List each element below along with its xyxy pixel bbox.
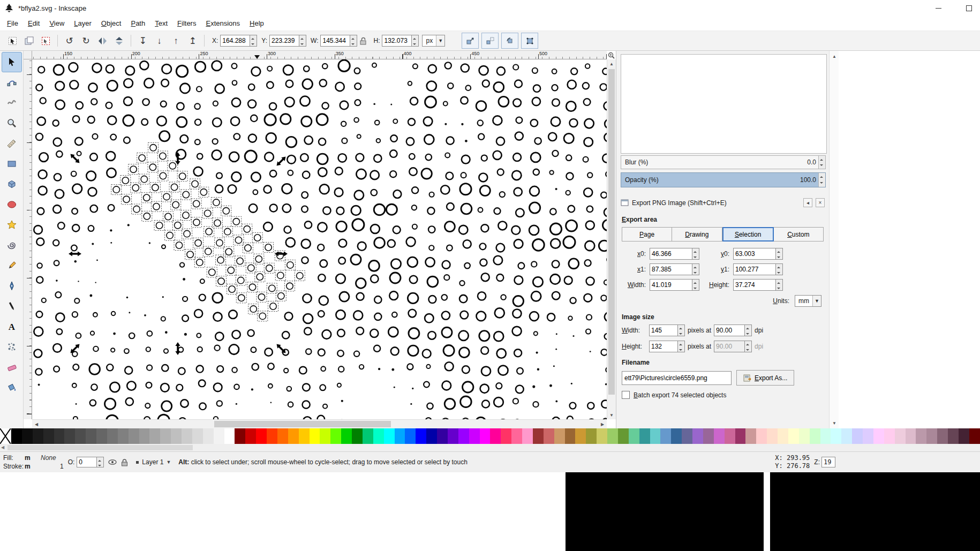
palette-swatch[interactable] (586, 428, 597, 444)
palette-swatch[interactable] (788, 428, 799, 444)
palette-swatch[interactable] (320, 428, 330, 444)
horizontal-ruler[interactable]: 150200250300350400450500 (32, 51, 607, 59)
width-spinner[interactable] (692, 279, 699, 291)
opacity-spinner[interactable] (818, 173, 825, 187)
h-spinner[interactable] (412, 35, 419, 47)
scroll-up-icon[interactable]: ▲ (830, 52, 839, 61)
palette-swatch[interactable] (43, 428, 54, 444)
palette-swatch[interactable] (671, 428, 682, 444)
horizontal-scroll-thumb[interactable] (214, 421, 391, 427)
scroll-down-icon[interactable]: ▼ (607, 411, 616, 419)
palette-swatch[interactable] (405, 428, 416, 444)
x1-spinner[interactable] (692, 263, 699, 275)
height-spinner[interactable] (776, 279, 783, 291)
menu-path[interactable]: Path (126, 17, 150, 29)
tool-selector[interactable] (2, 52, 22, 72)
ruler-corner[interactable] (24, 51, 32, 59)
w-spinner[interactable] (350, 35, 357, 47)
w-input[interactable] (320, 35, 350, 47)
menu-text[interactable]: Text (150, 17, 172, 29)
palette-swatch[interactable] (650, 428, 661, 444)
height-input[interactable] (733, 279, 776, 291)
palette-swatch[interactable] (384, 428, 395, 444)
palette-swatch[interactable] (756, 428, 767, 444)
canvas-horizontal-scrollbar[interactable]: ◀ ▶ (32, 419, 607, 428)
palette-swatch[interactable] (149, 428, 160, 444)
palette-swatch[interactable] (256, 428, 267, 444)
palette-swatch[interactable] (533, 428, 544, 444)
y1-input[interactable] (733, 263, 776, 275)
tool-spray[interactable] (2, 337, 22, 357)
palette-swatch[interactable] (363, 428, 373, 444)
palette-swatch[interactable] (863, 428, 873, 444)
selection-opacity-input[interactable] (77, 457, 97, 467)
tool-pen[interactable] (2, 276, 22, 296)
palette-swatch[interactable] (235, 428, 245, 444)
palette-swatch[interactable] (86, 428, 96, 444)
palette-swatch[interactable] (192, 428, 203, 444)
width-input[interactable] (650, 279, 692, 291)
export-units-dropdown[interactable]: mm ▼ (795, 295, 821, 307)
palette-swatch[interactable] (629, 428, 639, 444)
palette-swatch[interactable] (171, 428, 182, 444)
palette-swatch[interactable] (416, 428, 426, 444)
palette-swatch[interactable] (330, 428, 341, 444)
x0-spinner[interactable] (692, 248, 699, 260)
palette-swatch[interactable] (511, 428, 522, 444)
palette-swatch[interactable] (203, 428, 214, 444)
lower-button[interactable]: ↓ (151, 33, 168, 49)
palette-swatch[interactable] (969, 428, 980, 444)
palette-swatch[interactable] (139, 428, 150, 444)
palette-swatch[interactable] (714, 428, 725, 444)
image-width-input[interactable] (649, 324, 678, 336)
palette-swatch[interactable] (926, 428, 937, 444)
width-dpi-input[interactable] (714, 324, 745, 336)
tool-pencil[interactable] (2, 255, 22, 276)
raise-to-top-button[interactable]: ↥ (184, 33, 201, 49)
palette-swatch[interactable] (639, 428, 650, 444)
height-dpi-spinner[interactable] (745, 341, 752, 352)
height-dpi-input[interactable] (714, 341, 745, 352)
dock-scrollbar[interactable]: ▲ ▼ (829, 51, 839, 428)
palette-swatch[interactable] (341, 428, 352, 444)
lower-to-bottom-button[interactable]: ↧ (134, 33, 151, 49)
palette-swatch[interactable] (437, 428, 448, 444)
tool-calligraphy[interactable] (2, 296, 22, 316)
export-area-custom-button[interactable]: Custom (774, 227, 824, 241)
menu-file[interactable]: File (2, 17, 23, 29)
rotate-ccw-button[interactable]: ↺ (61, 33, 78, 49)
export-as-button[interactable]: Export As... (736, 370, 794, 386)
palette-swatch[interactable] (937, 428, 948, 444)
palette-swatch[interactable] (820, 428, 831, 444)
palette-swatch[interactable] (64, 428, 75, 444)
export-area-selection-button[interactable]: Selection (722, 227, 774, 241)
vertical-ruler[interactable] (24, 59, 32, 419)
x0-input[interactable] (650, 248, 692, 260)
palette-swatch[interactable] (745, 428, 756, 444)
tool-paint-bucket[interactable] (2, 378, 22, 398)
menu-edit[interactable]: Edit (23, 17, 44, 29)
palette-swatch[interactable] (682, 428, 692, 444)
minimize-button[interactable] (926, 0, 951, 16)
y1-spinner[interactable] (776, 263, 783, 275)
select-all-layers-button[interactable] (21, 33, 37, 49)
palette-swatch[interactable] (288, 428, 299, 444)
raise-button[interactable]: ↑ (168, 33, 184, 49)
selection-opacity-spinner[interactable] (97, 457, 104, 467)
palette-swatch[interactable] (310, 428, 320, 444)
palette-swatch[interactable] (501, 428, 511, 444)
palette-swatch[interactable] (916, 428, 926, 444)
export-area-drawing-button[interactable]: Drawing (672, 227, 722, 241)
palette-swatch[interactable] (522, 428, 533, 444)
affect-rotate-toggle[interactable] (501, 33, 518, 49)
palette-swatch[interactable] (182, 428, 192, 444)
x-input[interactable] (220, 35, 250, 47)
tool-ellipse[interactable] (2, 194, 22, 215)
image-height-input[interactable] (649, 341, 678, 352)
palette-swatch[interactable] (373, 428, 384, 444)
x-spinner[interactable] (250, 35, 257, 47)
palette-swatch[interactable] (597, 428, 607, 444)
tool-star[interactable] (2, 215, 22, 235)
palette-swatch[interactable] (895, 428, 906, 444)
y-input[interactable] (269, 35, 299, 47)
